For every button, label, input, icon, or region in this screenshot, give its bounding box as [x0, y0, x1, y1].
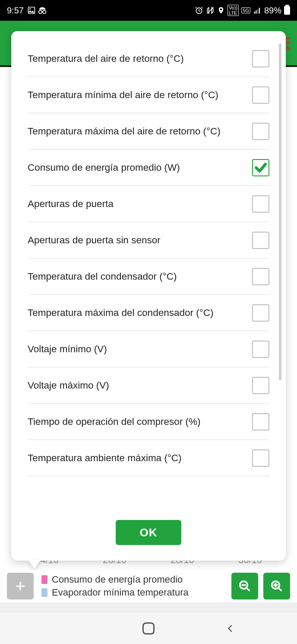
ok-button[interactable]: OK	[116, 520, 181, 545]
battery-icon	[284, 6, 290, 15]
option-label: Voltaje mínimo (V)	[28, 344, 252, 355]
option-row[interactable]: Tiempo de operación del compresor (%)	[28, 404, 269, 440]
nav-recents-button[interactable]	[58, 620, 76, 637]
option-label: Voltaje máximo (V)	[28, 380, 252, 391]
legend-label: Consumo de energía promedio	[52, 574, 183, 585]
option-label: Consumo de energía promedio (W)	[28, 162, 252, 173]
option-row[interactable]: Temperatura mínima del aire de retorno (…	[28, 77, 269, 113]
checkmark-icon	[254, 161, 268, 175]
option-label: Aperturas de puerta sin sensor	[28, 235, 252, 246]
option-row[interactable]: Temperatura del aire de retorno (°C)	[28, 41, 269, 77]
svg-point-3	[43, 10, 46, 13]
svg-rect-8	[257, 9, 258, 14]
option-label: Temperatura ambiente máxima (°C)	[28, 453, 252, 464]
option-checkbox[interactable]	[252, 304, 269, 322]
option-checkbox[interactable]	[252, 450, 269, 467]
option-label: Temperatura máxima del aire de retorno (…	[28, 126, 252, 137]
network-5g-icon: 5G	[241, 7, 250, 13]
option-checkbox[interactable]	[252, 268, 269, 285]
alarm-icon	[195, 6, 203, 15]
option-row[interactable]: Consumo de energía promedio (W)	[28, 150, 269, 186]
status-notification-icons	[27, 6, 47, 15]
legend-swatch	[41, 588, 47, 597]
legend-label: Evaporador mínima temperatura	[52, 587, 189, 598]
option-row[interactable]: Voltaje mínimo (V)	[28, 331, 269, 367]
image-icon	[27, 6, 36, 15]
signal-icon	[253, 6, 262, 14]
option-row[interactable]: Aperturas de puerta sin sensor	[28, 222, 269, 258]
option-row[interactable]: Temperatura ambiente máxima (°C)	[28, 440, 269, 476]
legend: Consumo de energía promedio Evaporador m…	[39, 574, 226, 598]
zoom-out-icon	[238, 580, 251, 593]
option-checkbox[interactable]	[252, 413, 269, 430]
volte-icon: Vo))LTE	[227, 5, 239, 16]
zoom-controls	[231, 573, 290, 599]
svg-rect-9	[259, 8, 260, 14]
option-row[interactable]: Voltaje máximo (V)	[28, 367, 269, 404]
status-time: 9:57	[7, 6, 24, 16]
option-checkbox[interactable]	[252, 195, 269, 213]
option-checkbox[interactable]	[252, 377, 269, 394]
option-label: Temperatura del condensador (°C)	[28, 271, 252, 282]
nav-home-button[interactable]	[140, 620, 157, 637]
chart-controls: + Consumo de energía promedio Evaporador…	[0, 570, 297, 603]
legend-item: Evaporador mínima temperatura	[41, 587, 226, 598]
option-label: Temperatura máxima del condensador (°C)	[28, 307, 252, 319]
dialog-pointer	[28, 560, 41, 568]
android-nav-bar	[0, 613, 297, 644]
scrollbar[interactable]	[279, 43, 281, 380]
svg-point-5	[220, 9, 222, 11]
svg-point-1	[29, 8, 31, 10]
zoom-in-button[interactable]	[263, 573, 290, 599]
option-checkbox[interactable]	[252, 159, 269, 176]
vibrate-icon	[206, 6, 215, 15]
option-checkbox[interactable]	[252, 232, 269, 249]
android-status-bar: 9:57 Vo))LTE 5G 89%	[0, 0, 297, 21]
option-label: Temperatura del aire de retorno (°C)	[28, 53, 252, 64]
legend-swatch	[41, 575, 47, 584]
option-row[interactable]: Temperatura máxima del aire de retorno (…	[28, 113, 269, 150]
status-right: Vo))LTE 5G 89%	[195, 5, 290, 16]
option-row[interactable]: Temperatura máxima del condensador (°C)	[28, 295, 269, 331]
option-checkbox[interactable]	[252, 86, 269, 104]
option-checkbox[interactable]	[252, 123, 269, 140]
svg-rect-6	[254, 12, 255, 14]
options-list[interactable]: Temperatura del aire de retorno (°C)Temp…	[11, 31, 286, 507]
chevron-left-icon	[225, 624, 235, 633]
option-row[interactable]: Aperturas de puerta	[28, 186, 269, 222]
option-label: Aperturas de puerta	[28, 198, 252, 210]
incognito-icon	[38, 6, 47, 15]
svg-rect-7	[256, 10, 256, 14]
option-checkbox[interactable]	[252, 341, 269, 358]
dialog-footer: OK	[11, 507, 286, 561]
add-series-button[interactable]: +	[7, 573, 34, 599]
battery-percentage: 89%	[264, 6, 281, 16]
option-label: Tiempo de operación del compresor (%)	[28, 416, 252, 427]
option-label: Temperatura mínima del aire de retorno (…	[28, 89, 252, 101]
zoom-out-button[interactable]	[231, 573, 258, 599]
option-checkbox[interactable]	[252, 50, 269, 67]
location-icon	[217, 6, 225, 15]
zoom-in-icon	[270, 580, 283, 593]
option-row[interactable]: Temperatura del condensador (°C)	[28, 258, 269, 295]
status-left: 9:57	[7, 6, 47, 16]
legend-item: Consumo de energía promedio	[41, 574, 226, 585]
nav-back-button[interactable]	[221, 620, 239, 637]
svg-point-2	[39, 10, 42, 13]
options-dialog: Temperatura del aire de retorno (°C)Temp…	[11, 31, 286, 561]
